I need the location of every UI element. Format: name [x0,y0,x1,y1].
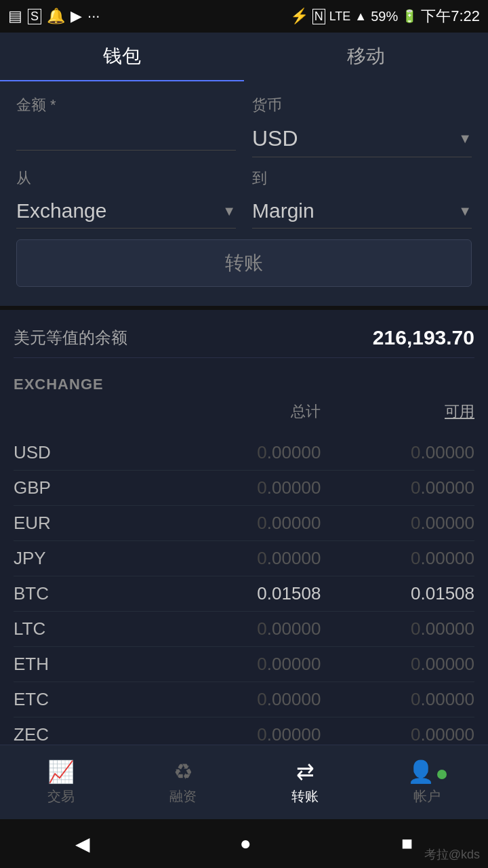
cell-total: 0.00000 [167,724,321,745]
from-select[interactable]: Exchange ▼ [16,194,236,229]
currency-field: 货币 USD ▼ [252,95,472,157]
lte-icon: LTE [329,9,351,24]
cell-currency-name: EUR [14,513,167,534]
cell-currency-name: BTC [14,583,167,604]
cell-total: 0.00000 [167,477,321,498]
cell-avail: 0.00000 [321,548,474,569]
cell-avail: 0.00000 [321,442,474,463]
bell-icon: 🔔 [47,7,65,25]
trade-icon: 📈 [47,759,75,785]
watermark: 考拉@kds [424,846,480,863]
cell-currency-name: GBP [14,477,167,498]
currency-arrow-icon: ▼ [458,131,472,146]
cell-avail: 0.00000 [321,654,474,675]
cell-avail: 0.00000 [321,618,474,639]
table-row: JPY 0.00000 0.00000 [14,541,474,576]
cell-currency-name: ETC [14,689,167,710]
nav-item-transfer[interactable]: ⇄ 转账 [244,759,366,806]
to-select[interactable]: Margin ▼ [252,194,472,229]
table-header: 总计 可用 [14,401,474,427]
cell-avail: 0.01508 [321,583,474,604]
more-icon: ··· [87,7,100,25]
balance-row: 美元等值的余额 216,193.70 [14,326,474,358]
to-field: 到 Margin ▼ [252,168,472,229]
from-label: 从 [16,168,236,189]
bottom-nav-bar: 📈 交易 ♻ 融资 ⇄ 转账 👤 帐户 [0,745,488,819]
battery-icon: 🔋 [402,9,417,24]
nav-item-finance[interactable]: ♻ 融资 [122,759,244,806]
back-button[interactable]: ◀ [75,833,90,855]
to-value: Margin [252,199,314,222]
transfer-form: 金额 * 货币 USD ▼ 从 Exchange ▼ 到 Margin ▼ [0,81,488,306]
to-label: 到 [252,168,472,189]
cell-avail: 0.00000 [321,513,474,534]
currency-select[interactable]: USD ▼ [252,121,472,157]
transfer-button[interactable]: 转账 [16,239,472,287]
home-button[interactable]: ● [240,833,251,854]
currency-label: 货币 [252,95,472,115]
cell-currency-name: ETH [14,654,167,675]
finance-icon: ♻ [174,759,193,785]
tab-wallet[interactable]: 钱包 [0,33,244,81]
amount-label: 金额 * [16,95,236,115]
cell-total: 0.00000 [167,618,321,639]
nav-item-account[interactable]: 👤 帐户 [366,759,488,806]
cell-total: 0.00000 [167,442,321,463]
table-row: LTC 0.00000 0.00000 [14,612,474,647]
col-header-avail: 可用 [321,401,474,422]
signal-icon: ▲ [354,9,367,24]
cell-total: 0.00000 [167,548,321,569]
cell-total: 0.01508 [167,583,321,604]
cell-total: 0.00000 [167,513,321,534]
to-arrow-icon: ▼ [458,203,472,219]
from-value: Exchange [16,199,106,222]
table-row: ETH 0.00000 0.00000 [14,647,474,682]
menu-icon: ▤ [8,7,22,25]
cell-total: 0.00000 [167,689,321,710]
status-icons-right: ⚡ N LTE ▲ 59% 🔋 下午7:22 [290,6,480,26]
amount-field: 金额 * [16,95,236,157]
account-icon: 👤 [407,759,447,785]
status-icons-left: ▤ S 🔔 ▶ ··· [8,7,100,25]
battery-text: 59% [371,9,398,24]
cell-avail: 0.00000 [321,477,474,498]
bluetooth-icon: ⚡ [290,7,308,25]
table-row: ETC 0.00000 0.00000 [14,682,474,717]
cell-total: 0.00000 [167,654,321,675]
cell-currency-name: USD [14,442,167,463]
amount-currency-row: 金额 * 货币 USD ▼ [16,95,472,157]
transfer-icon: ⇄ [296,759,314,785]
cell-currency-name: LTC [14,618,167,639]
cell-avail: 0.00000 [321,724,474,745]
currency-value: USD [252,126,298,151]
status-bar: ▤ S 🔔 ▶ ··· ⚡ N LTE ▲ 59% 🔋 下午7:22 [0,0,488,33]
amount-input[interactable] [16,121,236,151]
table-row: USD 0.00000 0.00000 [14,435,474,471]
col-header-name [14,401,167,422]
nav-item-trade[interactable]: 📈 交易 [0,759,122,806]
cell-avail: 0.00000 [321,689,474,710]
table-row: GBP 0.00000 0.00000 [14,471,474,506]
top-tab-bar: 钱包 移动 [0,33,488,81]
balance-value: 216,193.70 [373,326,474,349]
from-field: 从 Exchange ▼ [16,168,236,229]
balance-label: 美元等值的余额 [14,327,127,349]
balance-section: 美元等值的余额 216,193.70 [0,306,488,365]
play-icon: ▶ [70,7,82,25]
tab-move[interactable]: 移动 [244,33,488,81]
nfc-icon: N [312,9,325,24]
cell-currency-name: ZEC [14,724,167,745]
android-navbar: ◀ ● ■ 考拉@kds [0,819,488,868]
recent-button[interactable]: ■ [401,833,413,854]
from-to-row: 从 Exchange ▼ 到 Margin ▼ [16,168,472,229]
from-arrow-icon: ▼ [222,203,236,219]
table-row: BTC 0.01508 0.01508 [14,576,474,612]
s-icon: S [28,9,41,24]
time-display: 下午7:22 [421,6,480,26]
cell-currency-name: JPY [14,548,167,569]
col-header-total: 总计 [167,401,321,422]
table-row: EUR 0.00000 0.00000 [14,506,474,541]
exchange-section-title: EXCHANGE [14,376,474,393]
